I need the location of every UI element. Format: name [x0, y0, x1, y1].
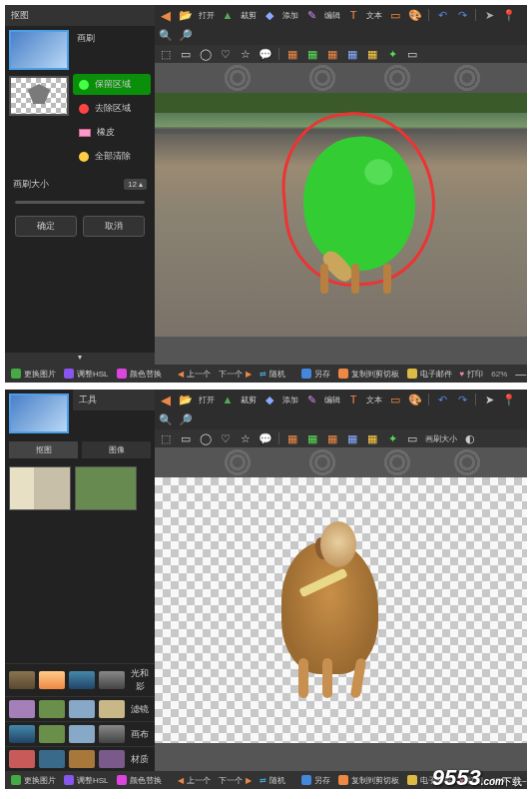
open-icon[interactable]: 📂: [179, 8, 193, 22]
wand-icon[interactable]: ✦: [385, 47, 399, 61]
fx3-icon[interactable]: ▦: [325, 431, 339, 445]
back-icon[interactable]: ◀: [159, 8, 173, 22]
heart-icon[interactable]: ♡: [219, 47, 233, 61]
wand-icon[interactable]: ✦: [385, 431, 399, 445]
zoom-slider-icon[interactable]: —: [515, 367, 526, 381]
sb-next[interactable]: 下一个▶: [219, 369, 252, 380]
sidebar-title: 抠图: [5, 5, 155, 26]
fx1-icon[interactable]: ▦: [285, 47, 299, 61]
sb-print[interactable]: ♥打印: [460, 369, 484, 380]
zoomin-icon[interactable]: 🔍: [159, 28, 173, 42]
image-icon[interactable]: ▲: [221, 393, 235, 406]
star-icon[interactable]: ☆: [239, 431, 253, 445]
decoration-strip-bottom: [155, 337, 527, 365]
frame-icon[interactable]: ▭: [388, 393, 402, 406]
fx2-icon[interactable]: ▦: [305, 47, 319, 61]
tab-image[interactable]: 图像: [82, 441, 151, 458]
cutout-thumb-2[interactable]: [75, 466, 137, 510]
pin-icon[interactable]: 📍: [502, 393, 516, 406]
sb-swap[interactable]: 更换图片: [11, 775, 56, 786]
edit-icon[interactable]: ✎: [304, 8, 318, 22]
sb-next[interactable]: 下一个▶: [219, 775, 252, 786]
dog-cutout[interactable]: [281, 541, 378, 674]
fx5-icon[interactable]: ▦: [365, 431, 379, 445]
undo-icon[interactable]: ↶: [435, 393, 449, 406]
cursor-icon[interactable]: ➤: [482, 393, 496, 406]
text-icon[interactable]: T: [346, 393, 360, 406]
sb-save[interactable]: 另存: [301, 775, 330, 786]
brush-size-stepper[interactable]: 12▴: [124, 179, 147, 190]
sb-mail[interactable]: 电子邮件: [407, 369, 452, 380]
add-icon[interactable]: ◆: [263, 393, 276, 406]
sb-random[interactable]: ⇄随机: [260, 369, 285, 380]
sb-prev[interactable]: ◀上一个: [178, 369, 211, 380]
brush-size-slider[interactable]: [15, 201, 145, 204]
open-icon[interactable]: 📂: [179, 393, 193, 406]
thumbnail-source[interactable]: [9, 30, 69, 70]
stepper-icon[interactable]: ◐: [463, 431, 477, 445]
select-icon[interactable]: ⬚: [159, 47, 173, 61]
select-icon[interactable]: ⬚: [159, 431, 173, 445]
cutout-thumb-1[interactable]: [9, 466, 71, 510]
cursor-icon[interactable]: ➤: [482, 8, 496, 22]
fx3-icon[interactable]: ▦: [325, 47, 339, 61]
sb-random[interactable]: ⇄随机: [260, 775, 285, 786]
fx5-icon[interactable]: ▦: [365, 47, 379, 61]
sb-prev[interactable]: ◀上一个: [178, 775, 211, 786]
effect-row-material[interactable]: 材质: [5, 746, 155, 771]
sb-copy[interactable]: 复制到剪切板: [338, 369, 399, 380]
edit-icon[interactable]: ✎: [304, 393, 318, 406]
redo-icon[interactable]: ↷: [455, 8, 469, 22]
fx2-icon[interactable]: ▦: [305, 431, 319, 445]
palette-icon[interactable]: 🎨: [408, 8, 422, 22]
image-icon[interactable]: ▲: [221, 8, 235, 22]
zoomout-icon[interactable]: 🔎: [179, 28, 193, 42]
palette-icon[interactable]: 🎨: [408, 393, 422, 406]
pin-icon[interactable]: 📍: [502, 8, 516, 22]
fx4-icon[interactable]: ▦: [345, 47, 359, 61]
heart-icon[interactable]: ♡: [219, 431, 233, 445]
text-icon[interactable]: T: [346, 8, 360, 22]
add-icon[interactable]: ◆: [263, 8, 276, 22]
sb-color[interactable]: 颜色替换: [117, 369, 162, 380]
effect-row-filter[interactable]: 滤镜: [5, 696, 155, 721]
rect-icon[interactable]: ▭: [179, 47, 193, 61]
sb-hsl[interactable]: 调整HSL: [64, 775, 109, 786]
canvas-view-bottom[interactable]: [155, 477, 527, 743]
sidebar-collapse-top[interactable]: ▾: [5, 353, 155, 365]
cancel-button[interactable]: 取消: [83, 216, 145, 237]
brush-clear[interactable]: 全部清除: [73, 146, 151, 167]
effect-row-canvas[interactable]: 画布: [5, 721, 155, 746]
sb-color[interactable]: 颜色替换: [117, 775, 162, 786]
frame-icon[interactable]: ▭: [388, 8, 402, 22]
back-icon[interactable]: ◀: [159, 393, 173, 406]
sb-hsl[interactable]: 调整HSL: [64, 369, 109, 380]
sb-copy[interactable]: 复制到剪切板: [338, 775, 399, 786]
thumbnail-result[interactable]: [9, 76, 69, 116]
star-icon[interactable]: ☆: [239, 47, 253, 61]
brush-eraser[interactable]: 橡皮: [73, 122, 151, 143]
canvas-view-top[interactable]: [155, 93, 527, 337]
redo-icon[interactable]: ↷: [455, 393, 469, 406]
effect-row-light[interactable]: 光和影: [5, 663, 155, 696]
sb-swap[interactable]: 更换图片: [11, 369, 56, 380]
sb-save[interactable]: 另存: [301, 369, 330, 380]
maskrect-icon[interactable]: ▭: [405, 47, 419, 61]
brush-keep[interactable]: 保留区域: [73, 74, 151, 95]
confirm-button[interactable]: 确定: [15, 216, 77, 237]
zoomin-icon[interactable]: 🔍: [159, 412, 173, 426]
brush-remove[interactable]: 去除区域: [73, 98, 151, 119]
fx4-icon[interactable]: ▦: [345, 431, 359, 445]
brush-eraser-label: 橡皮: [97, 126, 115, 139]
fx1-icon[interactable]: ▦: [285, 431, 299, 445]
thumbnail-bg[interactable]: [9, 394, 69, 433]
bubble-icon[interactable]: 💬: [259, 47, 272, 61]
tab-cutout[interactable]: 抠图: [9, 441, 78, 458]
rect-icon[interactable]: ▭: [179, 431, 193, 445]
circle-icon[interactable]: ◯: [199, 47, 213, 61]
zoomout-icon[interactable]: 🔎: [179, 412, 193, 426]
circle-icon[interactable]: ◯: [199, 431, 213, 445]
bubble-icon[interactable]: 💬: [259, 431, 272, 445]
maskrect-icon[interactable]: ▭: [405, 431, 419, 445]
undo-icon[interactable]: ↶: [435, 8, 449, 22]
